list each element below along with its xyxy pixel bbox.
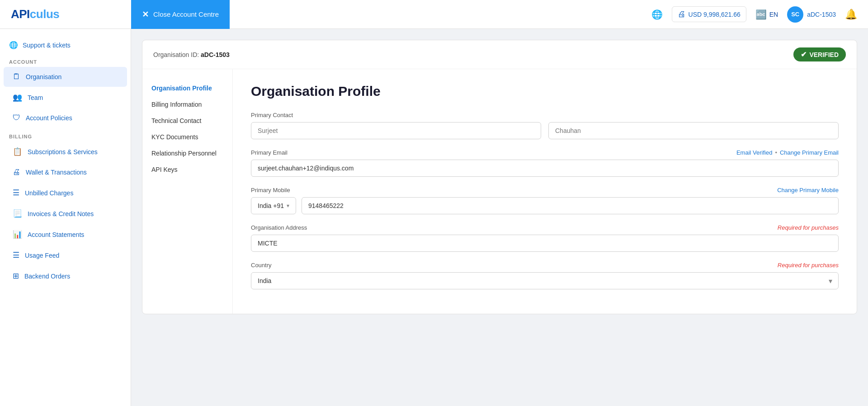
card-header: Organisation ID: aDC-1503 ✔ VERIFIED xyxy=(142,40,857,69)
country-label-row: Country Required for purchases xyxy=(251,262,839,269)
card-body: Organisation Profile Billing Information… xyxy=(142,69,857,314)
nav-item-technical-contact[interactable]: Technical Contact xyxy=(142,113,232,129)
organisation-label: Organisation xyxy=(26,73,61,80)
invoices-icon: 📃 xyxy=(13,209,22,218)
sidebar-item-account-policies[interactable]: 🛡 Account Policies xyxy=(4,108,127,128)
wallet-icon-sidebar: 🖨 xyxy=(13,168,20,177)
main-card: Organisation ID: aDC-1503 ✔ VERIFIED Org… xyxy=(142,40,857,314)
nav-label-technical-contact: Technical Contact xyxy=(151,117,202,124)
nav-item-kyc-documents[interactable]: KYC Documents xyxy=(142,129,232,145)
last-name-input[interactable] xyxy=(548,122,839,139)
account-policies-label: Account Policies xyxy=(26,114,72,122)
globe-icon-sidebar: 🌐 xyxy=(9,41,18,49)
primary-mobile-group: Primary Mobile Change Primary Mobile Ind… xyxy=(251,187,839,214)
country-label: Country xyxy=(251,262,272,269)
org-address-input[interactable] xyxy=(251,235,839,252)
user-initials: SC xyxy=(791,11,799,18)
nav-label-relationship-personnel: Relationship Personnel xyxy=(151,150,217,157)
primary-email-group: Primary Email Email Verified • Change Pr… xyxy=(251,149,839,177)
email-label-row: Primary Email Email Verified • Change Pr… xyxy=(251,149,839,156)
statements-label: Account Statements xyxy=(28,231,84,238)
language-label: EN xyxy=(769,11,778,18)
language-button[interactable]: 🔤 EN xyxy=(755,9,778,20)
change-primary-email-button[interactable]: Change Primary Email xyxy=(780,149,839,156)
topbar: APIculus ✕ Close Account Centre 🌐 🖨 USD … xyxy=(0,0,868,29)
country-select-wrapper: India United States United Kingdom xyxy=(251,272,839,289)
sidebar-item-team[interactable]: 👥 Team xyxy=(4,87,127,108)
form-title: Organisation Profile xyxy=(251,84,839,99)
chevron-down-icon: ▾ xyxy=(287,203,289,209)
nav-label-org-profile: Organisation Profile xyxy=(151,85,212,92)
mobile-label-row: Primary Mobile Change Primary Mobile xyxy=(251,187,839,194)
nav-item-billing-info[interactable]: Billing Information xyxy=(142,96,232,113)
account-section-label: ACCOUNT xyxy=(0,54,131,66)
sidebar-item-unbilled[interactable]: ☰ Unbilled Charges xyxy=(4,183,127,203)
nav-item-org-profile[interactable]: Organisation Profile xyxy=(142,80,232,96)
wallet-button[interactable]: 🖨 USD 9,998,621.66 xyxy=(672,6,746,22)
backend-orders-label: Backend Orders xyxy=(24,273,70,280)
sidebar-item-organisation[interactable]: 🗒 Organisation xyxy=(4,67,127,87)
sidebar-item-invoices[interactable]: 📃 Invoices & Credit Notes xyxy=(4,203,127,224)
apiculus-logo: APIculus xyxy=(11,7,59,21)
team-icon: 👥 xyxy=(13,93,22,102)
user-menu[interactable]: SC aDC-1503 xyxy=(787,6,836,23)
nav-label-kyc-documents: KYC Documents xyxy=(151,133,198,141)
change-primary-mobile-button[interactable]: Change Primary Mobile xyxy=(777,187,839,194)
usage-icon: ☰ xyxy=(13,250,19,260)
nav-label-api-keys: API Keys xyxy=(151,166,178,173)
org-id-value: aDC-1503 xyxy=(201,51,230,58)
country-code-label: India +91 xyxy=(258,202,284,209)
user-name[interactable]: aDC-1503 xyxy=(807,11,836,18)
nav-item-relationship-personnel[interactable]: Relationship Personnel xyxy=(142,145,232,161)
sidebar-item-backend-orders[interactable]: ⊞ Backend Orders xyxy=(4,266,127,286)
team-label: Team xyxy=(28,94,43,101)
country-required: Required for purchases xyxy=(778,262,839,269)
org-id: Organisation ID: aDC-1503 xyxy=(153,51,230,58)
backend-orders-icon: ⊞ xyxy=(13,271,19,281)
sidebar-item-wallet[interactable]: 🖨 Wallet & Transactions xyxy=(4,162,127,182)
phone-row: India +91 ▾ xyxy=(251,197,839,214)
subscriptions-icon: 📋 xyxy=(13,147,22,156)
close-icon: ✕ xyxy=(142,9,149,19)
org-address-label-row: Organisation Address Required for purcha… xyxy=(251,224,839,231)
sidebar-item-usage[interactable]: ☰ Usage Feed xyxy=(4,245,127,265)
subscriptions-label: Subscriptions & Services xyxy=(28,148,98,156)
bell-icon[interactable]: 🔔 xyxy=(845,9,857,20)
nav-item-api-keys[interactable]: API Keys xyxy=(142,161,232,178)
wallet-amount: USD 9,998,621.66 xyxy=(689,11,741,18)
wallet-label: Wallet & Transactions xyxy=(26,169,87,176)
verified-badge: ✔ VERIFIED xyxy=(793,47,846,61)
first-name-input[interactable] xyxy=(251,122,541,139)
primary-contact-group: Primary Contact xyxy=(251,112,839,139)
billing-section-label: BILLING xyxy=(0,128,131,141)
logo-area: APIculus xyxy=(0,7,131,21)
email-dot: • xyxy=(775,149,777,156)
globe-button[interactable]: 🌐 xyxy=(651,9,663,20)
sidebar-item-subscriptions[interactable]: 📋 Subscriptions & Services xyxy=(4,142,127,162)
mobile-number-input[interactable] xyxy=(302,197,839,214)
close-account-centre-button[interactable]: ✕ Close Account Centre xyxy=(131,0,230,29)
email-verified-text: Email Verified xyxy=(736,149,772,156)
org-address-required: Required for purchases xyxy=(778,224,839,231)
sidebar: 🌐 Support & tickets ACCOUNT 🗒 Organisati… xyxy=(0,29,131,406)
unbilled-label: Unbilled Charges xyxy=(25,189,73,197)
org-address-group: Organisation Address Required for purcha… xyxy=(251,224,839,252)
primary-contact-label: Primary Contact xyxy=(251,112,293,118)
country-code-selector[interactable]: India +91 ▾ xyxy=(251,197,296,214)
sidebar-support-tickets[interactable]: 🌐 Support & tickets xyxy=(0,36,131,54)
check-icon: ✔ xyxy=(801,50,807,59)
verified-label: VERIFIED xyxy=(809,51,839,58)
user-avatar: SC xyxy=(787,6,803,23)
close-label: Close Account Centre xyxy=(153,10,219,18)
org-id-label: Organisation ID: xyxy=(153,51,199,58)
country-select[interactable]: India United States United Kingdom xyxy=(251,272,839,289)
support-label: Support & tickets xyxy=(23,42,71,49)
nav-label-billing-info: Billing Information xyxy=(151,101,202,108)
name-input-row xyxy=(251,122,839,139)
email-input[interactable] xyxy=(251,160,839,177)
sidebar-item-statements[interactable]: 📊 Account Statements xyxy=(4,224,127,245)
form-area: Organisation Profile Primary Contact xyxy=(233,69,857,314)
wallet-icon: 🖨 xyxy=(678,9,686,19)
content-area: Organisation ID: aDC-1503 ✔ VERIFIED Org… xyxy=(131,29,868,406)
email-actions: Email Verified • Change Primary Email xyxy=(736,149,839,156)
